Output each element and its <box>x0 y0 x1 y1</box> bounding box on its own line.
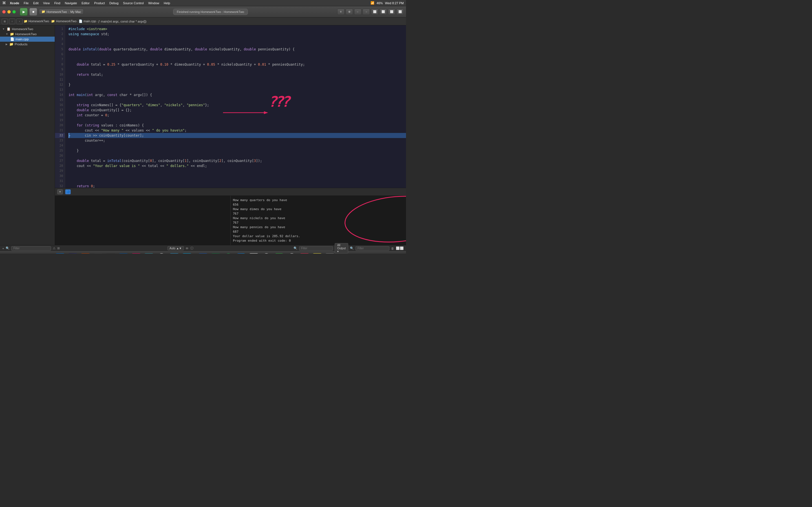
auto-selector[interactable]: Auto ▲▼ <box>167 246 184 250</box>
menu-find[interactable]: Find <box>52 1 62 5</box>
code-lines[interactable]: #include <iostream> using namespace std;… <box>65 25 406 188</box>
menu-product[interactable]: Product <box>93 1 107 5</box>
dock-facetime[interactable]: 📹 <box>273 253 285 253</box>
dock-trash[interactable]: 🗑️ <box>340 253 352 253</box>
layout-btn2[interactable]: ⬜ <box>379 9 387 15</box>
console-search-input[interactable] <box>356 246 389 251</box>
dock-indesign[interactable]: Id <box>130 253 142 253</box>
layout-btn4[interactable]: ⬜ <box>396 9 404 15</box>
trash-icon[interactable]: 🗑 <box>391 247 394 250</box>
ln-18: 18 <box>55 113 65 118</box>
code-line-18: int counter = 0; <box>68 113 406 118</box>
close-button[interactable] <box>2 10 6 13</box>
menu-source-control[interactable]: Source Control <box>121 1 145 5</box>
run-button[interactable]: ▶ <box>20 8 28 16</box>
folder-disclosure-icon[interactable]: ▼ <box>6 33 8 36</box>
auto-label: Auto <box>169 247 175 250</box>
sidebar-group: ▼ 📋 HomeworkTwo ▼ 📁 HomeworkTwo 📄 main.c… <box>0 25 55 48</box>
console-toggle-btn[interactable]: ▼ <box>57 189 63 194</box>
ln-19: 19 <box>55 118 65 123</box>
console-type-btn[interactable]: 🔵 <box>65 189 71 194</box>
menu-view[interactable]: View <box>42 1 52 5</box>
code-line-25: } <box>68 148 406 153</box>
dock-appstore[interactable]: A <box>235 253 247 253</box>
menu-xcode[interactable]: Xcode <box>8 1 21 5</box>
sidebar-item-project[interactable]: ▼ 📋 HomeworkTwo <box>0 26 55 32</box>
stop-button[interactable]: ■ <box>29 8 37 16</box>
breadcrumb-project[interactable]: 📁 HomeworkTwo <box>24 19 49 23</box>
code-line-31 <box>68 179 406 184</box>
menu-help[interactable]: Help <box>162 1 172 5</box>
sidebar-item-folder[interactable]: ▼ 📁 HomeworkTwo <box>0 32 55 37</box>
dock-photos[interactable]: 🌅 <box>260 253 272 253</box>
console-line-2: 656 <box>233 203 404 207</box>
layout-btn3[interactable]: ⬜ <box>388 9 395 15</box>
bottom-left: + 🔍 ⚠ ⊞ <box>2 246 56 251</box>
menu-navigate[interactable]: Navigate <box>63 1 79 5</box>
breadcrumb-group[interactable]: 📁 HomeworkTwo <box>51 19 77 23</box>
console-filter-input[interactable] <box>299 246 333 251</box>
dock-app3[interactable]: U <box>80 253 91 253</box>
breakpoints-btn[interactable]: ⊕ <box>346 9 353 15</box>
ln-12: 12 <box>55 82 65 87</box>
navigator-icon-btn[interactable]: ⊞ <box>2 18 8 24</box>
dock-excel[interactable]: X <box>210 253 221 253</box>
dock-launchpad[interactable]: 🚀 <box>67 253 79 253</box>
sidebar-item-main-cpp[interactable]: 📄 main.cpp <box>0 37 55 42</box>
dock-skype[interactable]: 📞 <box>181 253 193 253</box>
dock-notes[interactable]: 📝 <box>311 253 323 253</box>
menu-window[interactable]: Window <box>147 1 161 5</box>
forward-btn[interactable]: → <box>363 9 370 15</box>
info-icon[interactable]: ⓘ <box>190 246 193 250</box>
ln-22: 22 <box>55 133 65 138</box>
maximize-button[interactable] <box>12 10 16 13</box>
dock-safari[interactable]: 🧭 <box>286 253 298 253</box>
folder-icon: 📁 <box>10 32 14 36</box>
disclosure-icon[interactable]: ▼ <box>2 27 5 31</box>
console-line-1: How many quarters do you have <box>233 198 404 203</box>
menu-debug[interactable]: Debug <box>108 1 120 5</box>
apple-menu[interactable]: ⌘ <box>2 1 6 5</box>
dock-photoshop[interactable]: Ps <box>117 253 130 253</box>
chevron-right-icon: › <box>68 10 69 13</box>
scheme-selector[interactable]: 📁 HomeworkTwo › My Mac <box>39 9 84 15</box>
ln-31: 31 <box>55 179 65 184</box>
dock-lightroom[interactable]: Lr <box>143 253 155 253</box>
preview-icon[interactable]: 👁 <box>186 247 189 250</box>
menu-edit[interactable]: Edit <box>32 1 40 5</box>
breadcrumb-function[interactable]: ƒ main(int argc, const char * argv[]) <box>98 20 146 23</box>
console-line-8: 687 <box>233 230 404 234</box>
navigator-toggle[interactable]: ≡ <box>337 9 345 15</box>
dock-app5[interactable]: ⚙️ <box>105 253 117 253</box>
products-disclosure-icon[interactable]: ▶ <box>6 43 8 46</box>
code-editor[interactable]: 1 2 3 4 5 6 7 8 9 10 11 12 13 14 15 16 1 <box>55 25 406 188</box>
nav-back[interactable]: ‹ <box>9 18 15 24</box>
dock-spotify[interactable]: ♫ <box>222 253 234 253</box>
add-file-icon[interactable]: + <box>2 247 4 250</box>
code-line-14: int main(int argc, const char * argv[]) … <box>68 93 406 98</box>
menu-editor[interactable]: Editor <box>80 1 91 5</box>
split-view-icon[interactable]: ⬜⬜ <box>396 246 404 250</box>
console-line-7: How many pennies do you have <box>233 225 404 230</box>
back-btn[interactable]: ← <box>354 9 361 15</box>
dock-word[interactable]: W <box>197 253 209 253</box>
dock-finder[interactable]: 🔵 <box>54 253 66 253</box>
dock-app4[interactable]: 🐺 <box>92 253 104 253</box>
dock-prefs[interactable]: ⚙️ <box>324 253 336 253</box>
sidebar-item-products[interactable]: ▶ 📁 Products <box>0 42 55 47</box>
code-line-30 <box>68 173 406 179</box>
ln-28: 28 <box>55 163 65 168</box>
dock-music[interactable]: 🎵 <box>299 253 310 253</box>
sidebar-filter-input[interactable] <box>11 246 51 251</box>
nav-forward[interactable]: › <box>16 18 22 24</box>
minimize-button[interactable] <box>7 10 11 13</box>
battery-status: 46% <box>377 1 383 5</box>
breadcrumb-file[interactable]: 📄 main.cpp <box>79 19 96 23</box>
dock-maps[interactable]: 🗺️ <box>248 253 260 253</box>
dock-telegram[interactable]: ✈️ <box>168 253 180 253</box>
menu-file[interactable]: File <box>22 1 31 5</box>
dock-chrome[interactable]: 🌐 <box>156 253 167 253</box>
layout-btn1[interactable]: ⬜ <box>371 9 378 15</box>
ln-7: 7 <box>55 57 65 62</box>
code-line-32: return 0; <box>68 184 406 188</box>
